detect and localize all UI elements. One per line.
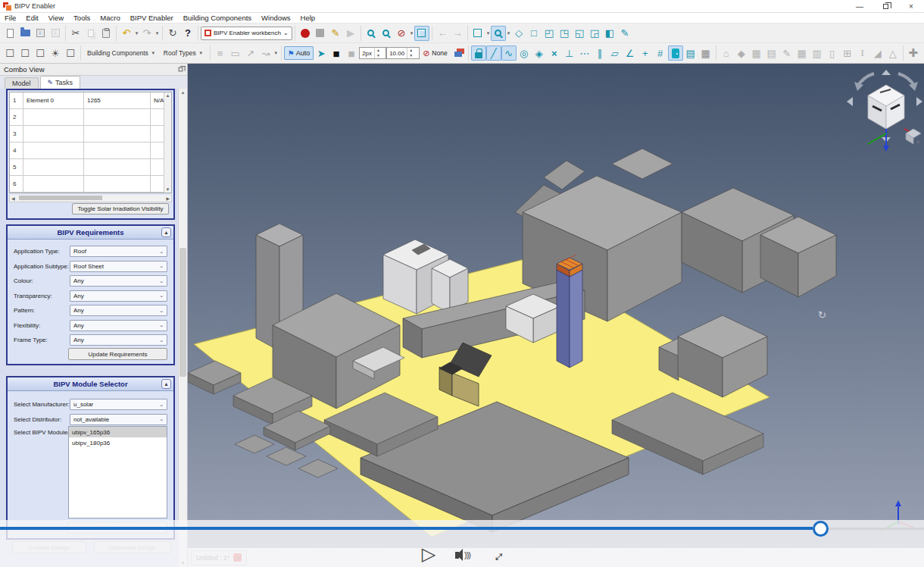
macro-stop-icon[interactable]: [313, 26, 328, 41]
save-as-icon[interactable]: [48, 26, 63, 41]
list-item-module[interactable]: ubipv_165p36: [69, 427, 167, 437]
open-file-icon[interactable]: [17, 26, 33, 41]
arch-truss-icon[interactable]: △: [885, 45, 901, 61]
sun-path-icon[interactable]: ☀: [48, 45, 63, 61]
view-bottom-icon[interactable]: ◲: [587, 26, 602, 41]
arch-ramp-icon[interactable]: ◢: [870, 45, 885, 61]
angle-tool-icon[interactable]: ∠: [623, 45, 638, 61]
arch-fence-icon[interactable]: ▦: [794, 45, 810, 61]
selection-view-icon[interactable]: [414, 26, 429, 41]
face-color-swatch[interactable]: ■: [344, 45, 359, 61]
cell-element[interactable]: [23, 159, 84, 175]
macro-play-icon[interactable]: ▶: [343, 26, 358, 41]
measure-icon[interactable]: ✎: [617, 26, 632, 41]
structure-cube1-icon[interactable]: ☐: [2, 45, 17, 61]
collapse-icon[interactable]: ▲: [161, 379, 171, 389]
structure-cube3-icon[interactable]: ☐: [33, 45, 48, 61]
roof-types-dropdown[interactable]: Roof Types ▾: [160, 46, 208, 60]
view-home-icon[interactable]: [470, 26, 485, 41]
list-item-module[interactable]: ubipv_180p36: [69, 437, 167, 448]
table-row[interactable]: 4: [10, 143, 171, 159]
paste-icon[interactable]: [98, 26, 114, 41]
cell-value[interactable]: [84, 176, 151, 192]
menu-building-components[interactable]: Building Components: [183, 14, 251, 22]
view-front-icon[interactable]: □: [526, 26, 542, 41]
table-row[interactable]: 3: [10, 126, 171, 143]
tasks-scrollbar-thumb[interactable]: [179, 248, 186, 377]
cell-element[interactable]: [23, 126, 84, 142]
cell-value[interactable]: [84, 143, 151, 158]
menu-bipv-enabler[interactable]: BIPV Enabler: [130, 14, 173, 22]
tab-tasks[interactable]: ✎ Tasks: [40, 76, 81, 89]
menu-help[interactable]: Help: [301, 14, 316, 22]
line-color-swatch[interactable]: ■: [329, 45, 344, 61]
table-hscrollbar[interactable]: ◀▶: [9, 195, 172, 202]
3d-viewport[interactable]: ↻: [188, 64, 924, 548]
arch-shelf-icon[interactable]: ▤: [764, 45, 779, 61]
autogroup-button[interactable]: ⊘ None: [420, 49, 451, 58]
menu-edit[interactable]: Edit: [26, 14, 38, 22]
grid-toggle-icon[interactable]: #: [653, 45, 668, 61]
group-icon[interactable]: ▭: [228, 45, 243, 61]
table-vscrollbar[interactable]: ▲▼: [164, 92, 171, 193]
zoom-region-icon[interactable]: [491, 26, 506, 41]
parallel-tool-icon[interactable]: ∥: [592, 45, 607, 61]
requirements-header[interactable]: BIPV Requirements ▲: [8, 226, 173, 240]
delete-tool-icon[interactable]: ×: [547, 45, 562, 61]
menu-view[interactable]: View: [48, 14, 64, 22]
pin-tool-icon[interactable]: ╱: [486, 45, 501, 61]
arch-ibeam-icon[interactable]: I: [855, 45, 870, 61]
refresh-icon[interactable]: ↻: [165, 26, 180, 41]
close-button[interactable]: ×: [898, 0, 924, 13]
arch-window-icon[interactable]: ▦: [749, 45, 764, 61]
clone-icon[interactable]: ≡: [213, 45, 228, 61]
draw-style-caret-icon[interactable]: ▾: [409, 30, 414, 36]
seekbar-remaining[interactable]: [829, 528, 924, 530]
redo-caret-icon[interactable]: ▾: [155, 30, 160, 36]
move-tool-icon[interactable]: ✚: [906, 45, 921, 61]
layers-icon[interactable]: [451, 45, 466, 61]
arch-panel-icon[interactable]: ▯: [825, 45, 840, 61]
table-row[interactable]: 5: [10, 159, 171, 176]
workbench-selector[interactable]: BIPV Enabler workbench ⌄: [201, 27, 292, 40]
block-tool-icon[interactable]: ▱: [607, 45, 623, 61]
arch-pen-icon[interactable]: ✎: [779, 45, 794, 61]
arch-frame-icon[interactable]: ⊞: [840, 45, 855, 61]
application-subtype-select[interactable]: Roof Sheet⌄: [70, 261, 167, 272]
distributor-select[interactable]: not_available⌄: [70, 414, 167, 425]
minimize-button[interactable]: —: [847, 0, 872, 13]
menu-windows[interactable]: Windows: [261, 14, 291, 22]
redo-icon[interactable]: ↷: [139, 26, 155, 41]
plane-arrow-icon[interactable]: ➤: [314, 45, 329, 61]
play-button[interactable]: ▷: [418, 543, 439, 565]
undo-icon[interactable]: ↶: [119, 26, 134, 41]
line-width-spinner[interactable]: 2px ▲▼: [359, 47, 386, 59]
seekbar-played[interactable]: [0, 527, 813, 530]
cell-value[interactable]: 1265: [84, 92, 151, 108]
new-document-icon[interactable]: [2, 26, 17, 41]
restore-button[interactable]: [872, 0, 898, 13]
table-row[interactable]: 6: [10, 176, 171, 193]
zoom-icon[interactable]: [379, 26, 394, 41]
building-components-dropdown[interactable]: Building Components ▾: [83, 46, 160, 60]
undo-caret-icon[interactable]: ▾: [134, 30, 139, 36]
cell-element[interactable]: [23, 176, 84, 192]
arch-wall-icon[interactable]: ▥: [810, 45, 825, 61]
update-requirements-button[interactable]: Update Requirements: [68, 348, 167, 360]
spline-tool-icon[interactable]: ∿: [501, 45, 517, 61]
volume-button[interactable]: ))): [450, 546, 476, 564]
arch-slab-icon[interactable]: ◆: [734, 45, 749, 61]
fit-all-icon[interactable]: [364, 26, 379, 41]
cell-element[interactable]: [23, 109, 84, 125]
export-icon[interactable]: ↗: [243, 45, 258, 61]
flexibility-select[interactable]: Any⌄: [70, 320, 167, 331]
zoom-region-caret-icon[interactable]: ▾: [506, 30, 511, 36]
table-row[interactable]: 2: [10, 109, 171, 126]
seekbar-handle[interactable]: [813, 521, 829, 537]
view-top-icon[interactable]: ◰: [542, 26, 557, 41]
toggle-solar-irradiation-button[interactable]: Toggle Solar Irradiation Visibility: [72, 203, 169, 215]
steps-tool-icon[interactable]: ▤: [683, 45, 698, 61]
share-icon[interactable]: ↝: [258, 45, 273, 61]
more-tools-icon[interactable]: ⋯: [577, 45, 592, 61]
add-point-icon[interactable]: +: [638, 45, 653, 61]
